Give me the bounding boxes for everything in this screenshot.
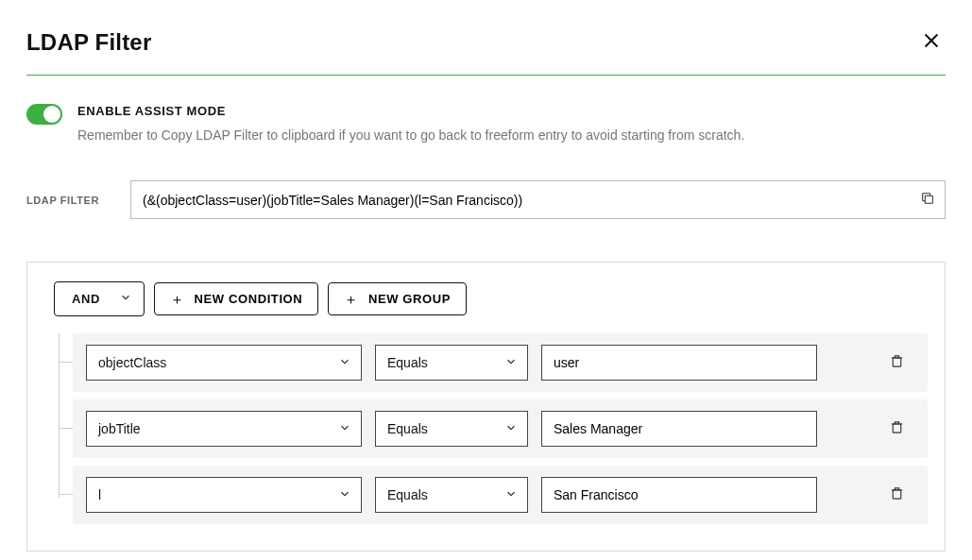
ldap-filter-input[interactable]: [131, 182, 911, 218]
tree-line: [59, 494, 73, 495]
delete-condition-button[interactable]: [879, 414, 914, 444]
condition-field-select[interactable]: l: [86, 477, 362, 513]
tree-line: [59, 428, 73, 429]
condition-value-input[interactable]: [541, 345, 817, 381]
condition-operator-select[interactable]: Equals: [375, 411, 528, 447]
condition-operator-value: Equals: [387, 487, 428, 502]
tree-line: [59, 362, 73, 363]
ldap-filter-label: LDAP FILTER: [26, 195, 102, 206]
assist-mode-hint: Remember to Copy LDAP Filter to clipboar…: [77, 127, 744, 143]
assist-mode-toggle[interactable]: [26, 104, 62, 125]
condition-field-value: objectClass: [98, 355, 166, 370]
condition-operator-value: Equals: [387, 355, 428, 370]
new-group-label: NEW GROUP: [368, 292, 451, 306]
close-icon: [921, 30, 942, 51]
combinator-label: AND: [72, 292, 100, 306]
condition-row: l Equals: [73, 466, 928, 524]
chevron-down-icon: [504, 355, 518, 368]
condition-operator-value: Equals: [387, 421, 428, 436]
svg-rect-1: [893, 358, 901, 366]
copy-filter-button[interactable]: [911, 181, 945, 218]
condition-operator-select[interactable]: Equals: [375, 477, 528, 513]
chevron-down-icon: [504, 487, 518, 501]
condition-field-value: l: [98, 487, 101, 502]
filter-builder: AND ＋ NEW CONDITION ＋ NEW GROUP objectCl…: [26, 262, 946, 552]
trash-icon: [889, 353, 905, 369]
copy-icon: [920, 191, 935, 206]
chevron-down-icon: [338, 355, 351, 368]
condition-field-value: jobTitle: [98, 421, 141, 436]
condition-row: jobTitle Equals: [73, 399, 928, 458]
trash-icon: [889, 419, 905, 435]
combinator-select[interactable]: AND: [54, 281, 145, 316]
new-group-button[interactable]: ＋ NEW GROUP: [328, 282, 467, 315]
assist-mode-label: ENABLE ASSIST MODE: [77, 104, 744, 118]
svg-rect-0: [925, 195, 932, 203]
condition-operator-select[interactable]: Equals: [375, 345, 528, 381]
condition-field-select[interactable]: jobTitle: [86, 411, 362, 447]
trash-icon: [889, 485, 905, 501]
condition-row: objectClass Equals: [73, 333, 928, 392]
condition-value-input[interactable]: [541, 411, 817, 447]
svg-rect-2: [893, 424, 901, 433]
new-condition-button[interactable]: ＋ NEW CONDITION: [154, 282, 318, 315]
delete-condition-button[interactable]: [879, 348, 914, 378]
delete-condition-button[interactable]: [879, 480, 914, 510]
condition-value-input[interactable]: [541, 477, 817, 513]
chevron-down-icon: [504, 421, 518, 434]
close-button[interactable]: [917, 26, 946, 58]
chevron-down-icon: [338, 487, 351, 501]
chevron-down-icon: [119, 291, 132, 304]
plus-icon: ＋: [170, 292, 185, 306]
ldap-filter-field[interactable]: [130, 180, 946, 219]
condition-field-select[interactable]: objectClass: [86, 345, 362, 381]
chevron-down-icon: [338, 421, 351, 434]
new-condition-label: NEW CONDITION: [195, 292, 303, 306]
svg-rect-3: [893, 490, 901, 499]
page-title: LDAP Filter: [26, 29, 151, 56]
plus-icon: ＋: [344, 292, 359, 306]
